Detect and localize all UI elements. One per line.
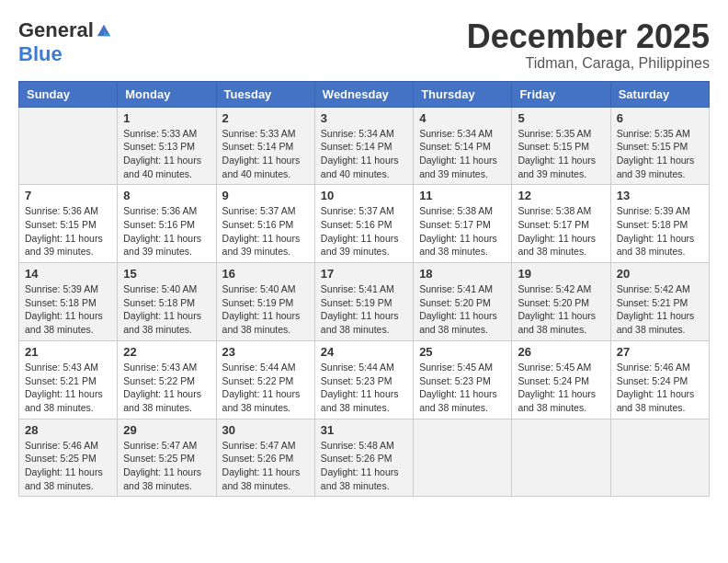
day-number: 26 bbox=[518, 345, 604, 359]
day-info: Sunrise: 5:35 AMSunset: 5:15 PMDaylight:… bbox=[518, 127, 604, 181]
day-number: 2 bbox=[222, 111, 309, 125]
page-header: General Blue December 2025 Tidman, Carag… bbox=[18, 18, 710, 72]
calendar-cell: 25Sunrise: 5:45 AMSunset: 5:23 PMDayligh… bbox=[414, 340, 512, 419]
day-info: Sunrise: 5:46 AMSunset: 5:25 PMDaylight:… bbox=[25, 439, 111, 493]
day-number: 29 bbox=[123, 423, 210, 437]
location-subtitle: Tidman, Caraga, Philippines bbox=[467, 55, 710, 72]
calendar-cell: 30Sunrise: 5:47 AMSunset: 5:26 PMDayligh… bbox=[216, 419, 314, 497]
calendar-week-2: 7Sunrise: 5:36 AMSunset: 5:15 PMDaylight… bbox=[19, 185, 710, 263]
day-info: Sunrise: 5:33 AMSunset: 5:14 PMDaylight:… bbox=[222, 127, 309, 181]
day-info: Sunrise: 5:45 AMSunset: 5:23 PMDaylight:… bbox=[419, 361, 506, 415]
calendar-cell: 3Sunrise: 5:34 AMSunset: 5:14 PMDaylight… bbox=[314, 107, 413, 185]
day-number: 6 bbox=[617, 111, 703, 125]
day-number: 10 bbox=[321, 189, 407, 202]
calendar-week-3: 14Sunrise: 5:39 AMSunset: 5:18 PMDayligh… bbox=[19, 263, 710, 341]
day-number: 18 bbox=[419, 267, 506, 281]
calendar-cell: 18Sunrise: 5:41 AMSunset: 5:20 PMDayligh… bbox=[414, 263, 512, 341]
day-info: Sunrise: 5:35 AMSunset: 5:15 PMDaylight:… bbox=[617, 127, 703, 181]
calendar-cell bbox=[610, 419, 709, 497]
day-info: Sunrise: 5:34 AMSunset: 5:14 PMDaylight:… bbox=[321, 127, 407, 181]
day-info: Sunrise: 5:44 AMSunset: 5:22 PMDaylight:… bbox=[222, 361, 309, 415]
logo-blue-text: Blue bbox=[18, 42, 63, 66]
column-header-monday: Monday bbox=[118, 81, 216, 107]
day-info: Sunrise: 5:45 AMSunset: 5:24 PMDaylight:… bbox=[518, 361, 604, 415]
day-info: Sunrise: 5:42 AMSunset: 5:20 PMDaylight:… bbox=[518, 282, 604, 337]
calendar-cell: 11Sunrise: 5:38 AMSunset: 5:17 PMDayligh… bbox=[414, 185, 512, 263]
logo-icon bbox=[96, 22, 112, 39]
day-info: Sunrise: 5:41 AMSunset: 5:19 PMDaylight:… bbox=[321, 282, 407, 337]
day-number: 28 bbox=[25, 423, 111, 437]
day-number: 25 bbox=[419, 345, 506, 359]
column-header-sunday: Sunday bbox=[19, 81, 118, 107]
day-info: Sunrise: 5:40 AMSunset: 5:19 PMDaylight:… bbox=[222, 282, 309, 337]
calendar-week-1: 1Sunrise: 5:33 AMSunset: 5:13 PMDaylight… bbox=[19, 107, 710, 185]
calendar-cell: 4Sunrise: 5:34 AMSunset: 5:14 PMDaylight… bbox=[414, 107, 512, 185]
column-header-wednesday: Wednesday bbox=[314, 81, 413, 107]
day-number: 14 bbox=[25, 267, 111, 281]
title-block: December 2025 Tidman, Caraga, Philippine… bbox=[467, 18, 710, 72]
day-number: 23 bbox=[222, 345, 309, 359]
day-number: 15 bbox=[123, 267, 210, 281]
day-number: 22 bbox=[123, 345, 210, 359]
day-info: Sunrise: 5:46 AMSunset: 5:24 PMDaylight:… bbox=[617, 361, 703, 415]
calendar-cell: 14Sunrise: 5:39 AMSunset: 5:18 PMDayligh… bbox=[19, 263, 118, 341]
day-info: Sunrise: 5:37 AMSunset: 5:16 PMDaylight:… bbox=[222, 204, 309, 259]
day-number: 11 bbox=[419, 189, 506, 202]
calendar-cell: 27Sunrise: 5:46 AMSunset: 5:24 PMDayligh… bbox=[610, 340, 709, 419]
calendar-cell: 29Sunrise: 5:47 AMSunset: 5:25 PMDayligh… bbox=[118, 419, 216, 497]
day-info: Sunrise: 5:38 AMSunset: 5:17 PMDaylight:… bbox=[518, 204, 604, 259]
day-number: 20 bbox=[617, 267, 703, 281]
day-number: 3 bbox=[321, 111, 407, 125]
column-header-thursday: Thursday bbox=[414, 81, 512, 107]
logo-general-text: General bbox=[18, 18, 94, 42]
calendar-cell: 19Sunrise: 5:42 AMSunset: 5:20 PMDayligh… bbox=[512, 263, 610, 341]
calendar-cell: 10Sunrise: 5:37 AMSunset: 5:16 PMDayligh… bbox=[314, 185, 413, 263]
calendar-cell: 8Sunrise: 5:36 AMSunset: 5:16 PMDaylight… bbox=[118, 185, 216, 263]
day-number: 9 bbox=[222, 189, 309, 202]
day-info: Sunrise: 5:48 AMSunset: 5:26 PMDaylight:… bbox=[321, 439, 407, 493]
day-info: Sunrise: 5:43 AMSunset: 5:22 PMDaylight:… bbox=[123, 361, 210, 415]
calendar-week-4: 21Sunrise: 5:43 AMSunset: 5:21 PMDayligh… bbox=[19, 340, 710, 419]
day-number: 16 bbox=[222, 267, 309, 281]
day-number: 27 bbox=[617, 345, 703, 359]
day-info: Sunrise: 5:34 AMSunset: 5:14 PMDaylight:… bbox=[419, 127, 506, 181]
calendar-cell: 21Sunrise: 5:43 AMSunset: 5:21 PMDayligh… bbox=[19, 340, 118, 419]
calendar-cell bbox=[512, 419, 610, 497]
day-number: 24 bbox=[321, 345, 407, 359]
day-number: 7 bbox=[25, 189, 111, 202]
day-number: 5 bbox=[518, 111, 604, 125]
calendar-cell: 28Sunrise: 5:46 AMSunset: 5:25 PMDayligh… bbox=[19, 419, 118, 497]
day-info: Sunrise: 5:47 AMSunset: 5:25 PMDaylight:… bbox=[123, 439, 210, 493]
day-info: Sunrise: 5:41 AMSunset: 5:20 PMDaylight:… bbox=[419, 282, 506, 337]
day-number: 17 bbox=[321, 267, 407, 281]
month-title: December 2025 bbox=[467, 18, 710, 55]
day-info: Sunrise: 5:38 AMSunset: 5:17 PMDaylight:… bbox=[419, 204, 506, 259]
day-number: 12 bbox=[518, 189, 604, 202]
day-number: 8 bbox=[123, 189, 210, 202]
day-info: Sunrise: 5:37 AMSunset: 5:16 PMDaylight:… bbox=[321, 204, 407, 259]
calendar-cell: 9Sunrise: 5:37 AMSunset: 5:16 PMDaylight… bbox=[216, 185, 314, 263]
calendar-cell: 2Sunrise: 5:33 AMSunset: 5:14 PMDaylight… bbox=[216, 107, 314, 185]
calendar-cell: 5Sunrise: 5:35 AMSunset: 5:15 PMDaylight… bbox=[512, 107, 610, 185]
calendar-cell: 23Sunrise: 5:44 AMSunset: 5:22 PMDayligh… bbox=[216, 340, 314, 419]
calendar-cell bbox=[414, 419, 512, 497]
column-header-tuesday: Tuesday bbox=[216, 81, 314, 107]
day-info: Sunrise: 5:39 AMSunset: 5:18 PMDaylight:… bbox=[617, 204, 703, 259]
calendar-cell: 20Sunrise: 5:42 AMSunset: 5:21 PMDayligh… bbox=[610, 263, 709, 341]
day-info: Sunrise: 5:47 AMSunset: 5:26 PMDaylight:… bbox=[222, 439, 309, 493]
day-info: Sunrise: 5:43 AMSunset: 5:21 PMDaylight:… bbox=[25, 361, 111, 415]
calendar-cell: 13Sunrise: 5:39 AMSunset: 5:18 PMDayligh… bbox=[610, 185, 709, 263]
calendar-cell: 7Sunrise: 5:36 AMSunset: 5:15 PMDaylight… bbox=[19, 185, 118, 263]
day-number: 31 bbox=[321, 423, 407, 437]
logo: General Blue bbox=[18, 18, 112, 66]
calendar-cell: 12Sunrise: 5:38 AMSunset: 5:17 PMDayligh… bbox=[512, 185, 610, 263]
day-info: Sunrise: 5:42 AMSunset: 5:21 PMDaylight:… bbox=[617, 282, 703, 337]
day-number: 4 bbox=[419, 111, 506, 125]
day-number: 21 bbox=[25, 345, 111, 359]
day-number: 13 bbox=[617, 189, 703, 202]
calendar-cell: 1Sunrise: 5:33 AMSunset: 5:13 PMDaylight… bbox=[118, 107, 216, 185]
column-header-friday: Friday bbox=[512, 81, 610, 107]
calendar-cell: 6Sunrise: 5:35 AMSunset: 5:15 PMDaylight… bbox=[610, 107, 709, 185]
day-info: Sunrise: 5:33 AMSunset: 5:13 PMDaylight:… bbox=[123, 127, 210, 181]
day-number: 1 bbox=[123, 111, 210, 125]
